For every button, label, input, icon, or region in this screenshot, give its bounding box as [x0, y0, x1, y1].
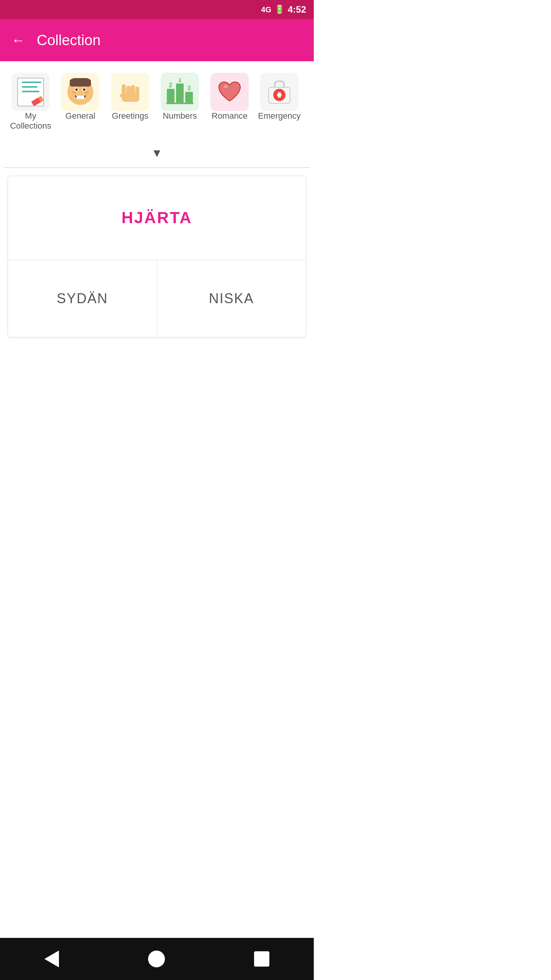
- flashcard-section: HJÄRTA SYDÄN NISKA: [0, 168, 314, 345]
- categories-section: My Collections: [0, 61, 314, 139]
- flashcard-option-1-text: SYDÄN: [57, 291, 108, 307]
- category-label-general: General: [65, 111, 95, 121]
- svg-rect-30: [277, 94, 282, 96]
- notebook-icon: [17, 78, 44, 106]
- svg-point-5: [74, 92, 76, 94]
- flashcard-option-2[interactable]: NISKA: [157, 260, 306, 337]
- notebook-line-1: [22, 82, 41, 83]
- nav-home-button[interactable]: [148, 951, 165, 967]
- numbers-bars-svg: 2 1 3: [165, 78, 195, 106]
- general-face-svg: [67, 78, 94, 106]
- category-label-emergency: Emergency: [258, 111, 300, 121]
- numbers-icon: 2 1 3: [161, 73, 199, 111]
- svg-rect-12: [70, 81, 91, 87]
- svg-text:1: 1: [178, 78, 182, 83]
- svg-point-4: [83, 88, 85, 91]
- svg-rect-19: [167, 89, 174, 103]
- greetings-hand-svg: [116, 78, 144, 106]
- notebook-line-3: [22, 91, 39, 92]
- category-item-greetings[interactable]: Greetings: [107, 73, 153, 131]
- nav-recent-button[interactable]: [254, 951, 269, 967]
- category-item-general[interactable]: General: [57, 73, 103, 131]
- flashcard-main-word: HJÄRTA: [121, 209, 192, 227]
- nav-recent-icon: [254, 951, 269, 967]
- svg-rect-25: [166, 103, 194, 104]
- svg-point-3: [75, 88, 78, 91]
- category-item-romance[interactable]: Romance: [207, 73, 253, 131]
- category-label-romance: Romance: [212, 111, 248, 121]
- svg-rect-18: [122, 93, 139, 102]
- status-icons: 4G 🔋 4:52: [261, 4, 306, 15]
- category-item-emergency[interactable]: Emergency: [256, 73, 302, 131]
- romance-icon: [210, 73, 249, 111]
- svg-text:3: 3: [187, 85, 191, 91]
- svg-point-8: [87, 91, 89, 93]
- status-time: 4:52: [288, 4, 306, 15]
- svg-rect-23: [185, 92, 193, 103]
- nav-back-button[interactable]: [44, 951, 59, 967]
- signal-icon: 4G: [261, 5, 271, 14]
- chevron-section[interactable]: ▼: [0, 139, 314, 167]
- category-item-my-collections[interactable]: My Collections: [8, 73, 54, 131]
- flashcard-main[interactable]: HJÄRTA: [8, 176, 306, 260]
- svg-rect-21: [176, 83, 184, 103]
- greetings-icon: [111, 73, 149, 111]
- general-icon: [61, 73, 99, 111]
- header-title: Collection: [37, 32, 101, 49]
- back-button[interactable]: ←: [11, 33, 25, 47]
- pencil-icon: [31, 96, 44, 106]
- flashcard-option-1[interactable]: SYDÄN: [8, 260, 157, 337]
- svg-point-7: [85, 92, 87, 94]
- romance-heart-svg: [216, 78, 243, 106]
- chevron-down-icon[interactable]: ▼: [151, 147, 163, 160]
- battery-icon: 🔋: [274, 5, 285, 15]
- category-item-numbers[interactable]: 2 1 3 Numbers: [157, 73, 203, 131]
- category-label-greetings: Greetings: [112, 111, 148, 121]
- emergency-kit-svg: [266, 78, 293, 106]
- status-bar: 4G 🔋 4:52: [0, 0, 314, 19]
- category-label-numbers: Numbers: [163, 111, 197, 121]
- flashcard-option-2-text: NISKA: [209, 291, 254, 307]
- nav-home-icon: [148, 951, 165, 967]
- flashcard-options: SYDÄN NISKA: [8, 260, 306, 337]
- my-collections-icon: [11, 73, 50, 111]
- nav-bar: [0, 938, 314, 980]
- svg-point-6: [72, 91, 73, 93]
- notebook-lines: [22, 82, 41, 92]
- emergency-icon: [260, 73, 298, 111]
- flashcard: HJÄRTA SYDÄN NISKA: [8, 176, 306, 337]
- app-header: ← Collection: [0, 19, 314, 61]
- svg-text:2: 2: [169, 82, 173, 88]
- notebook-line-2: [22, 86, 37, 88]
- categories-scroll: My Collections: [8, 73, 306, 135]
- nav-back-icon: [44, 951, 59, 967]
- category-label-my-collections: My Collections: [8, 111, 54, 131]
